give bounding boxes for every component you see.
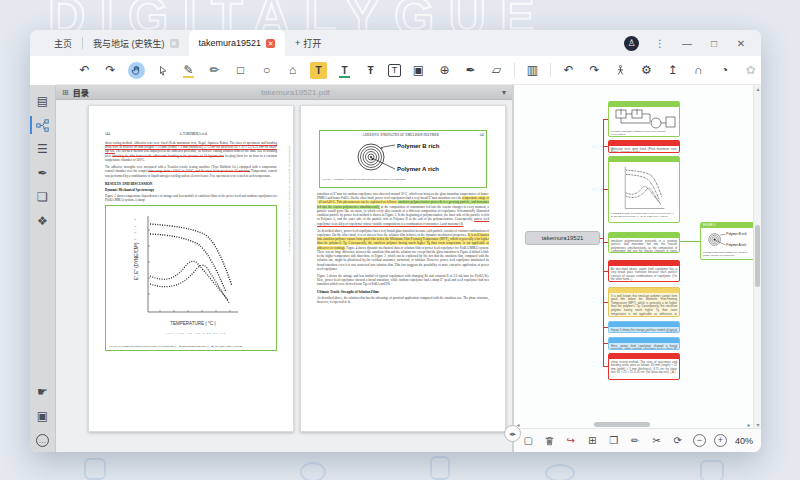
sidebar-item-tags[interactable]: ❖: [30, 209, 56, 233]
mindmap-redo-button[interactable]: ↷: [586, 62, 603, 79]
new-node-button[interactable]: ▢: [522, 434, 534, 448]
textbox-tool[interactable]: T: [388, 64, 401, 77]
paragraph: As described above, power feed copolymer…: [317, 229, 489, 271]
annotation-toolbar: ↶ ↷ ✎ ✏ □ ○ ⌂ T T Ŧ T ▣ ⊕ ✒ ▱ ▥ ↶ ↷ ⚙ ↥ …: [56, 56, 761, 85]
sidebar-item-contents[interactable]: ▤: [30, 89, 56, 113]
vertical-scrollbar[interactable]: ▴ ▾: [753, 85, 761, 428]
running-head: A. TAKEMURA et al.: [110, 132, 277, 136]
more-menu-icon[interactable]: ⋮: [654, 38, 666, 49]
export-button[interactable]: ↥: [664, 62, 681, 79]
horizontal-scrollbar[interactable]: ◂ ▸: [514, 421, 753, 428]
zoom-out-button[interactable]: −: [693, 434, 706, 447]
undo-button[interactable]: ↶: [76, 62, 93, 79]
plugin-button[interactable]: ✿: [742, 62, 759, 79]
redo-button[interactable]: ↷: [102, 62, 119, 79]
mindmap-status-bar: ▢ ↪ ⊞ ❐ ✏ ✂ ⟳ − + 40%: [514, 428, 761, 452]
open-tab-button[interactable]: + 打开: [285, 37, 331, 50]
sidebar-item-more[interactable]: …: [30, 428, 56, 452]
timer-button[interactable]: ◔: [716, 62, 733, 79]
pdf-page-145[interactable]: ADHESIVE STRENGTHS OF EMULSION POLYMER 1…: [300, 105, 506, 432]
tab-document-1[interactable]: 我与地坛 (史铁生) ✕: [83, 30, 189, 56]
sidebar-item-notes[interactable]: ❏: [30, 185, 56, 209]
sidebar-item-book-mode[interactable]: ▣: [30, 404, 56, 428]
polymer-b-label: Polymer B rich: [726, 233, 747, 237]
pdf-panel-header[interactable]: ⊞ 目录 takemura19521.pdf ▾: [56, 85, 512, 100]
select-tool[interactable]: [154, 62, 171, 79]
mindmap-node-excerpt-red-2[interactable]: As described above, power feed copolymer…: [608, 260, 680, 282]
copy-node-button[interactable]: ❐: [608, 434, 620, 448]
plus-icon: +: [295, 38, 300, 48]
node-text: Figure 5 shows the storage and loss modu…: [609, 327, 679, 333]
delete-node-button[interactable]: [543, 434, 555, 448]
figure-annotation-box[interactable]: 10¹¹ 10¹⁰ 10⁹ 10⁸ 10⁷ 10⁶ E′, E″ (DYNE/C…: [105, 205, 277, 351]
mindmap-node-figure3[interactable]: FIGURE 3 Polymer B rich Polymer A rich F…: [700, 222, 757, 260]
body-text: As described above, power feed copolymer…: [317, 229, 489, 237]
tab-close-icon-active[interactable]: ✕: [266, 39, 275, 48]
polygon-tool[interactable]: ⌂: [284, 62, 301, 79]
zoom-in-button[interactable]: +: [714, 434, 727, 447]
sidebar-item-mindmap[interactable]: [30, 113, 56, 137]
signature-pen-tool[interactable]: ✒: [462, 62, 479, 79]
mindmap-node-excerpt-red-3[interactable]: shear testing method. The sizes of speci…: [608, 353, 680, 380]
vertical-scrollbar-thumb[interactable]: [755, 225, 760, 287]
mindmap-node-blue-1[interactable]: Figure 5 shows the storage and loss modu…: [608, 321, 680, 333]
notification-bell-icon[interactable]: ♙: [624, 36, 639, 51]
panel-collapse-button[interactable]: ◂▸: [504, 425, 521, 442]
image-annotation-tool[interactable]: ▣: [410, 62, 427, 79]
pdf-page-144[interactable]: 144 A. TAKEMURA et al. shear testing met…: [88, 105, 294, 432]
hand-icon: [131, 65, 142, 76]
mindmap-node-blue-2[interactable]: Here, power feed copolymer showed a broa…: [608, 337, 680, 350]
node-text: emulsion polymerization proceeds in a gr…: [609, 238, 679, 253]
sidebar-item-annotations[interactable]: ✒: [30, 161, 56, 185]
add-relation-button[interactable]: ↪: [565, 434, 577, 448]
node-text: Here, power feed copolymer showed a broa…: [609, 343, 679, 350]
mindmap-node-chart[interactable]: FIGURE 2 Dynamic mechanical data of powe…: [608, 156, 680, 223]
scroll-up-arrow[interactable]: ▴: [754, 85, 761, 92]
split-view-button[interactable]: ∩: [690, 62, 707, 79]
reading-panel-toggle[interactable]: ▥: [524, 62, 541, 79]
mindmap-root-node[interactable]: takemura19521: [525, 231, 600, 245]
pdf-viewport[interactable]: 144 A. TAKEMURA et al. shear testing met…: [56, 100, 512, 452]
rectangle-tool[interactable]: □: [232, 62, 249, 79]
close-button[interactable]: ✕: [735, 38, 747, 49]
eraser-tool[interactable]: ▱: [488, 62, 505, 79]
refresh-sync-button[interactable]: ⟳: [672, 434, 684, 448]
subsection-heading: Ultimate Tensile Strengths of Solution F…: [317, 290, 489, 294]
hand-tool[interactable]: [128, 62, 145, 79]
highlight-text-tool[interactable]: T: [310, 62, 327, 79]
ellipse-tool[interactable]: ○: [258, 62, 275, 79]
mindmap-node-excerpt-red[interactable]: Adhesion tests were fixed (Peak maximum …: [608, 140, 680, 153]
minimize-button[interactable]: —: [681, 38, 693, 49]
highlighter-tool[interactable]: ✎: [180, 62, 197, 79]
chevron-down-icon[interactable]: ▾: [502, 88, 506, 97]
window-controls: ♙ ⋮ — □ ✕: [624, 36, 761, 51]
node-text: As described above, power feed copolymer…: [609, 266, 679, 282]
mindmap-node-yellow-note[interactable]: It is well known that emulsion polymer c…: [608, 287, 680, 317]
tab-home[interactable]: 主页: [44, 30, 82, 56]
format-brush-button[interactable]: ✏: [629, 434, 641, 448]
underline-text-tool[interactable]: T: [336, 62, 353, 79]
mindmap-node-green-text[interactable]: emulsion polymerization proceeds in a gr…: [608, 232, 680, 253]
pen-tool[interactable]: ✏: [206, 62, 223, 79]
figure-annotation-box[interactable]: ADHESIVE STRENGTHS OF EMULSION POLYMER 1…: [319, 130, 487, 188]
mindmap-undo-button[interactable]: ↶: [560, 62, 577, 79]
maximize-button[interactable]: □: [708, 38, 720, 49]
tab-close-icon[interactable]: ✕: [170, 39, 179, 48]
scroll-right-arrow[interactable]: ▸: [745, 421, 753, 428]
settings-gear-button[interactable]: ⚙: [638, 62, 655, 79]
mindmap-node-apparatus[interactable]: FIGURE 1 Schematic illustration of power…: [608, 101, 680, 137]
sidebar-item-list[interactable]: ☰: [30, 137, 56, 161]
sidebar-item-hand-mode[interactable]: ☛: [30, 380, 56, 404]
crop-screenshot-button[interactable]: ✂: [650, 434, 662, 448]
auto-layout-tool[interactable]: [612, 62, 629, 79]
tab-document-2[interactable]: takemura19521 ✕: [189, 30, 286, 56]
strikethrough-text-tool[interactable]: Ŧ: [362, 62, 379, 79]
emulsion-particle-thumbnail: Polymer B rich Polymer A rich: [702, 229, 756, 251]
horizontal-scrollbar-thumb[interactable]: [594, 422, 650, 427]
mindmap-canvas[interactable]: takemura19521 FIGURE 1 Schematic illustr…: [514, 85, 761, 428]
document-filename: takemura19521.pdf: [89, 88, 502, 97]
scroll-down-arrow[interactable]: ▾: [754, 421, 761, 428]
add-child-node-button[interactable]: ⊞: [586, 434, 598, 448]
translate-globe-tool[interactable]: ⊕: [436, 62, 453, 79]
collapse-grip-icon[interactable]: ⊞: [62, 88, 69, 97]
